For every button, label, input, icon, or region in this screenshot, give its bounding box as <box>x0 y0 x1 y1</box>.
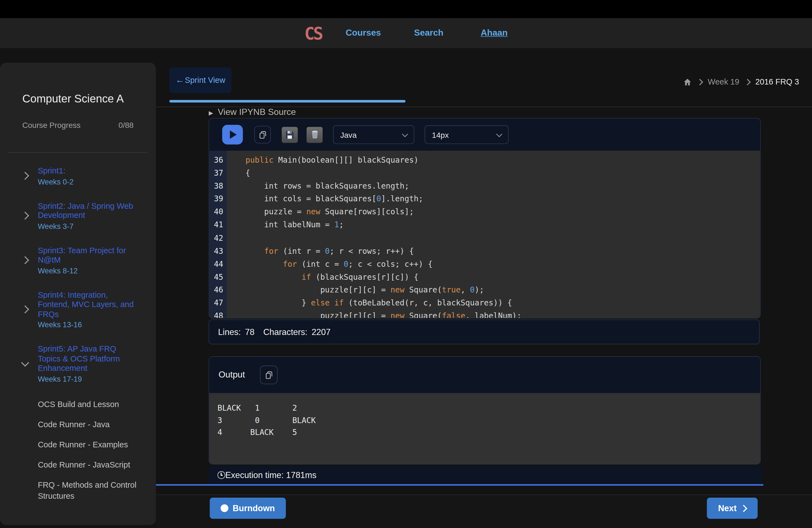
nav-user[interactable]: Ahaan <box>481 28 507 39</box>
code-line: puzzle[r][c] = new Square(true, 0); <box>246 283 521 297</box>
triangle-right-icon: ▶ <box>209 110 213 116</box>
line-number: 40 <box>214 206 227 219</box>
sprint-weeks: Weeks 8-12 <box>38 266 137 275</box>
sidebar-item-lesson[interactable]: FRQ - Methods and Control Structures <box>0 479 146 501</box>
sprint-weeks: Weeks 13-16 <box>38 321 137 329</box>
ipynb-source-toggle[interactable]: ▶View IPYNB Source <box>209 107 296 118</box>
tab-underline <box>169 100 405 102</box>
sprint-list: Sprint1:Weeks 0-2Sprint2: Java / Spring … <box>0 166 156 383</box>
code-line: puzzle[r][c] = new Square(false, labelNu… <box>246 310 521 318</box>
line-number: 37 <box>214 167 227 180</box>
chevron-down-icon <box>402 131 408 137</box>
chevron-right-icon <box>740 504 748 512</box>
sidebar-item-sprint[interactable]: Sprint2: Java / Spring Web DevelopmentWe… <box>0 201 156 230</box>
sidebar-item-lesson[interactable]: Code Runner - JavaScript <box>0 459 146 470</box>
run-button[interactable] <box>222 125 243 144</box>
home-icon[interactable] <box>683 77 692 86</box>
line-number: 44 <box>214 258 227 270</box>
code-line: for (int c = 0; c < cols; c++) { <box>246 258 521 270</box>
back-arrow-icon: ← <box>176 75 185 86</box>
chevron-right-icon <box>21 305 29 313</box>
line-number: 45 <box>214 270 227 283</box>
sidebar-item-sprint[interactable]: Sprint4: Integration, Fontend, MVC Layer… <box>0 290 156 329</box>
line-number: 38 <box>214 180 227 193</box>
trash-icon <box>311 131 318 139</box>
play-icon <box>230 131 237 139</box>
floppy-disk-icon <box>285 130 294 139</box>
execution-time-text: Execution time: 1781ms <box>226 470 317 480</box>
top-black-bar <box>0 0 812 18</box>
code-line: int cols = blackSquares[0].length; <box>246 193 521 206</box>
sidebar-item-lesson[interactable]: Code Runner - Examples <box>0 439 146 450</box>
line-number: 48 <box>214 310 227 318</box>
sidebar-item-lesson[interactable]: OCS Build and Lesson <box>0 398 146 409</box>
clear-button[interactable] <box>307 127 323 143</box>
line-number: 43 <box>214 245 227 258</box>
code-line: { <box>246 167 521 180</box>
sidebar-item-lesson[interactable]: Code Runner - Java <box>0 419 146 429</box>
sprint-weeks: Weeks 17-19 <box>38 375 137 383</box>
course-title: Computer Science A <box>23 91 135 108</box>
sprint-title: Sprint2: Java / Spring Web Development <box>38 201 137 220</box>
execution-time-bar: Execution time: 1781ms <box>209 466 762 484</box>
copy-output-button[interactable] <box>260 366 278 384</box>
clock-icon <box>218 471 226 479</box>
lines-value: 78 <box>245 327 255 337</box>
sprint-text: Sprint4: Integration, Fontend, MVC Layer… <box>38 290 137 329</box>
line-number-gutter: 36373839404142434445464748 <box>209 151 227 318</box>
characters-value: 2207 <box>311 327 331 337</box>
font-size-value: 14px <box>432 130 449 139</box>
sidebar-item-sprint[interactable]: Sprint3: Team Project for N@tMWeeks 8-12 <box>0 246 156 275</box>
tab-sprint-view[interactable]: ← Sprint View <box>169 68 231 93</box>
code-line: if (blackSquares[r][c]) { <box>246 270 521 283</box>
chevron-down-icon <box>496 131 502 137</box>
breadcrumb-week[interactable]: Week 19 <box>708 77 739 86</box>
progress-value: 0/88 <box>118 121 134 130</box>
lesson-footer: Burndown Next <box>156 495 812 528</box>
sprint-text: Sprint5: AP Java FRQ Topics & OCS Platfo… <box>38 344 137 383</box>
burndown-label: Burndown <box>233 503 275 513</box>
next-button[interactable]: Next <box>707 498 758 519</box>
language-select[interactable]: Java <box>333 126 414 144</box>
breadcrumb: Week 19 2016 FRQ 3 <box>683 76 799 88</box>
course-sidebar: Computer Science A Course Progress 0/88 … <box>0 63 156 525</box>
sidebar-item-sprint[interactable]: Sprint1:Weeks 0-2 <box>0 166 156 186</box>
copy-icon <box>265 371 272 379</box>
line-number: 41 <box>214 219 227 232</box>
navbar: CS Courses Search Ahaan <box>0 18 812 48</box>
line-number: 36 <box>214 154 227 167</box>
line-number: 42 <box>214 232 227 245</box>
nav-search[interactable]: Search <box>414 28 443 39</box>
code-editor[interactable]: 36373839404142434445464748 public Main(b… <box>209 151 760 318</box>
main-content: ← Sprint View Week 19 2016 FRQ 3 ▶View I… <box>156 48 812 528</box>
copy-code-button[interactable] <box>255 126 271 144</box>
sprint-title: Sprint4: Integration, Fontend, MVC Layer… <box>38 290 137 319</box>
save-button[interactable] <box>282 127 298 143</box>
burndown-button[interactable]: Burndown <box>209 498 286 519</box>
course-progress: Course Progress 0/88 <box>23 121 134 130</box>
app-window: CS Courses Search Ahaan Computer Science… <box>0 0 812 528</box>
code-runner-toolbar: Java 14px <box>209 118 760 150</box>
line-number: 47 <box>214 297 227 310</box>
sprint-text: Sprint3: Team Project for N@tMWeeks 8-12 <box>38 246 137 275</box>
line-number: 39 <box>214 193 227 206</box>
sprint-title: Sprint5: AP Java FRQ Topics & OCS Platfo… <box>38 344 137 373</box>
code-line: puzzle = new Square[rows][cols]; <box>246 206 521 219</box>
chevron-right-icon <box>21 211 29 220</box>
chevron-right-icon <box>744 78 751 85</box>
output-header: Output <box>209 357 760 393</box>
circle-icon <box>221 504 228 512</box>
nav-courses[interactable]: Courses <box>346 28 381 39</box>
language-value: Java <box>340 130 357 139</box>
code-text[interactable]: public Main(boolean[][] blackSquares){ i… <box>227 151 521 318</box>
blue-separator <box>156 484 763 486</box>
sprint-weeks: Weeks 0-2 <box>38 177 137 186</box>
chevron-right-icon <box>697 78 703 85</box>
sidebar-item-sprint[interactable]: Sprint5: AP Java FRQ Topics & OCS Platfo… <box>0 344 156 383</box>
code-line: for (int r = 0; r < rows; r++) { <box>246 245 521 258</box>
font-size-select[interactable]: 14px <box>425 126 509 144</box>
site-logo[interactable]: CS <box>304 25 322 42</box>
sidebar-divider <box>8 152 147 153</box>
sprint-title: Sprint1: <box>38 166 137 176</box>
code-line <box>246 232 521 245</box>
